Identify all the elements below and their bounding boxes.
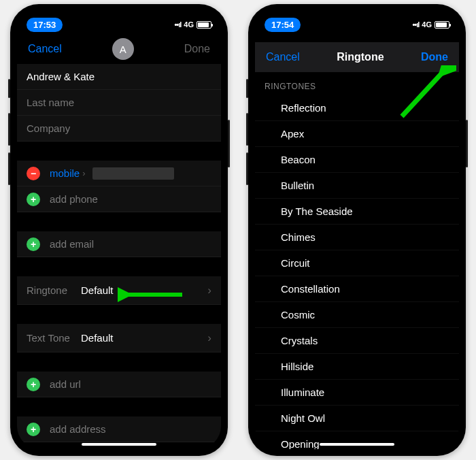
add-icon: + [27,237,40,251]
remove-icon[interactable]: − [27,167,40,180]
company-field[interactable]: Company [17,116,221,142]
notch [68,11,170,27]
edit-contact-form: Andrew & Kate Last name Company − mobile… [17,64,221,449]
battery-icon [435,21,449,29]
ringtone-item[interactable]: Cosmic [255,302,459,328]
chevron-right-icon: › [82,168,85,178]
ringtone-item[interactable]: Circuit [255,250,459,276]
phone-left: 17:53 ••ıl 4G Cancel A Done Andrew & Kat… [10,4,228,456]
add-email-row[interactable]: + add email [17,231,221,257]
cancel-button[interactable]: Cancel [266,51,300,63]
ringtone-item[interactable]: Night Owl [255,406,459,431]
texttone-label: Text Tone [27,332,81,344]
section-header: RINGTONES [255,72,459,95]
done-button[interactable]: Done [184,43,210,55]
battery-icon [197,21,211,29]
ringtone-list[interactable]: RINGTONES ReflectionApexBeaconBulletinBy… [255,72,459,449]
ringtone-value: Default [81,284,114,296]
ringtone-item[interactable]: Beacon [255,147,459,173]
ringtone-label: Ringtone [27,284,81,296]
signal-icon: ••ıl [174,20,181,29]
page-title: Ringtone [337,51,384,63]
texttone-row[interactable]: Text Tone Default › [17,324,221,352]
ringtone-item[interactable]: By The Seaside [255,199,459,225]
avatar[interactable]: A [112,38,134,60]
home-indicator[interactable] [320,443,394,446]
add-phone-row[interactable]: + add phone [17,186,221,212]
ringtone-row[interactable]: Ringtone Default › [17,276,221,305]
ringtone-item[interactable]: Constellation [255,276,459,302]
status-time: 17:54 [265,18,301,32]
ringtone-item[interactable]: Bulletin [255,173,459,199]
home-indicator[interactable] [82,443,156,446]
ringtone-item[interactable]: Opening [255,431,459,449]
signal-icon: ••ıl [412,20,419,29]
phone-row[interactable]: − mobile › [17,161,221,186]
add-url-row[interactable]: + add url [17,372,221,397]
notch [306,11,408,27]
ringtone-item[interactable]: Apex [255,121,459,147]
phone-right: 17:54 ••ıl 4G Cancel Ringtone Done RINGT… [248,4,466,456]
chevron-right-icon: › [207,284,211,297]
add-icon: + [27,378,40,391]
last-name-field[interactable]: Last name [17,90,221,116]
cancel-button[interactable]: Cancel [28,43,62,55]
ringtone-item[interactable]: Crystals [255,328,459,354]
ringtone-item[interactable]: Chimes [255,225,459,250]
add-icon: + [27,423,40,436]
phone-type[interactable]: mobile [50,167,80,179]
texttone-value: Default [81,332,114,344]
network-label: 4G [184,20,194,29]
ringtone-item[interactable]: Hillside [255,354,459,380]
ringtone-item[interactable]: Reflection [255,95,459,121]
status-time: 17:53 [27,18,63,32]
done-button[interactable]: Done [421,51,448,63]
first-name-field[interactable]: Andrew & Kate [17,64,221,90]
network-label: 4G [422,20,432,29]
chevron-right-icon: › [207,331,211,345]
add-icon: + [27,193,40,206]
edit-contact-navbar: Cancel A Done [17,34,221,64]
ringtone-item[interactable]: Illuminate [255,380,459,406]
add-address-row[interactable]: + add address [17,416,221,442]
phone-number-redacted[interactable] [92,167,174,180]
ringtone-navbar: Cancel Ringtone Done [255,42,459,72]
